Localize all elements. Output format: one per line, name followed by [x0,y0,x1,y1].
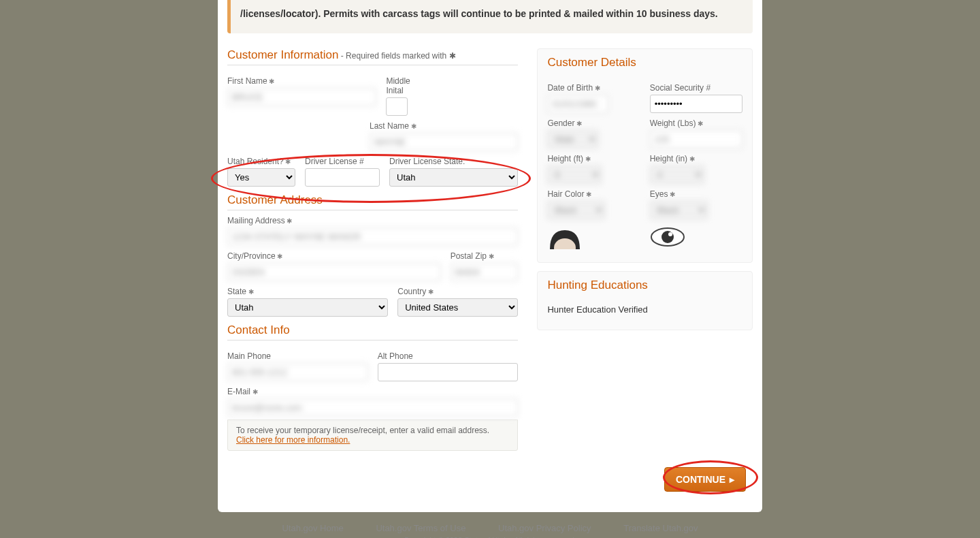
middle-initial-input[interactable] [386,97,408,116]
postal-label: Postal Zip [451,251,519,261]
email-note-text: To receive your temporary license/receip… [236,426,489,435]
dl-state-select[interactable]: Utah [389,168,518,187]
ssn-label: Social Security # [650,83,742,93]
eyes-label: Eyes [650,189,742,199]
contact-info-heading: Contact Info [227,323,518,341]
country-label: Country [397,287,518,296]
hunting-educations-panel: Hunting Educations Hunter Education Veri… [537,271,753,330]
main-phone-input[interactable] [227,363,368,381]
email-label: E-Mail [227,387,518,396]
country-select[interactable]: United States [397,298,518,317]
customer-details-panel: Customer Details Date of Birth Social Se… [537,48,753,263]
dl-number-label: Driver License # [305,157,380,166]
postal-input[interactable] [451,263,519,281]
state-label: State [227,287,388,296]
svg-point-3 [668,232,672,236]
main-phone-label: Main Phone [227,351,368,361]
hunting-ed-heading: Hunting Educations [547,279,742,295]
eyes-select[interactable]: Black [650,201,708,219]
email-note-link[interactable]: Click here for more information. [236,435,350,445]
hair-select[interactable]: Black [547,201,605,219]
email-note: To receive your temporary license/receip… [227,420,518,451]
middle-initial-label: Middle Inital [386,76,427,95]
first-name-label: First Name [227,76,376,86]
customer-details-heading: Customer Details [547,56,742,72]
footer-link[interactable]: Utah.gov Privacy Policy [498,523,591,533]
hair-icon [547,225,583,249]
first-name-input[interactable] [227,88,376,106]
dob-input[interactable] [547,95,608,113]
customer-address-heading: Customer Address [227,193,518,210]
continue-button[interactable]: CONTINUE ▸ [664,467,746,492]
dl-state-label: Driver License State: [389,157,518,166]
ssn-input[interactable] [650,95,742,113]
required-note: - Required fields marked with ✱ [338,51,455,61]
email-input[interactable] [227,398,518,417]
last-name-input[interactable] [370,133,518,151]
footer-link[interactable]: Utah.gov Terms of Use [376,523,466,533]
continue-button-label: CONTINUE [676,474,725,485]
notice-banner: /licenses/locator). Permits with carcass… [227,0,753,33]
gender-select[interactable]: Male [547,130,598,148]
footer: Utah.gov Home Utah.gov Terms of Use Utah… [0,512,980,538]
mailing-address-label: Mailing Address [227,216,518,225]
height-in-select[interactable]: 4 [650,165,704,184]
footer-link[interactable]: Utah.gov Home [282,523,343,533]
form-page: /licenses/locator). Permits with carcass… [218,0,762,512]
notice-text: /licenses/locator). Permits with carcass… [240,8,718,19]
last-name-label: Last Name [370,121,518,131]
hair-label: Hair Color [547,189,640,199]
height-in-label: Height (in) [650,154,742,163]
height-ft-select[interactable]: 6 [547,165,602,184]
city-label: City/Province [227,251,441,261]
customer-info-heading-text: Customer Information [227,48,338,61]
gender-label: Gender [547,118,640,128]
eye-icon [650,225,685,249]
alt-phone-label: Alt Phone [378,351,519,361]
weight-input[interactable] [650,130,742,148]
state-select[interactable]: Utah [227,298,388,317]
triangle-right-icon: ▸ [730,474,734,485]
svg-point-2 [662,231,674,243]
dl-number-input[interactable] [305,168,380,187]
mailing-address-input[interactable] [227,227,518,246]
height-ft-label: Height (ft) [547,154,640,163]
city-input[interactable] [227,263,441,281]
customer-info-heading: Customer Information - Required fields m… [227,48,518,65]
hunting-ed-status: Hunter Education Verified [547,300,742,319]
weight-label: Weight (Lbs) [650,118,742,128]
alt-phone-input[interactable] [378,363,519,381]
utah-resident-select[interactable]: Yes [227,168,295,187]
footer-link[interactable]: Translate Utah.gov [623,523,698,533]
dob-label: Date of Birth [547,83,640,93]
utah-resident-label: Utah Resident? [227,157,295,166]
